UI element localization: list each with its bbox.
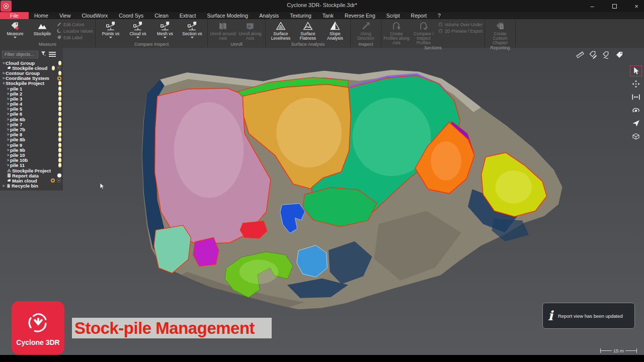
filter-funnel-icon[interactable] (40, 50, 47, 59)
ribbon-button-edit-label[interactable]: Edit Label (56, 35, 93, 41)
tree-item-pile-4[interactable]: >pile 4 (0, 102, 63, 107)
tree-item-pile-10b[interactable]: >pile 10b (0, 158, 63, 163)
zoom-fit-tool-button[interactable] (630, 92, 642, 103)
fly-tool-button[interactable] (630, 118, 642, 129)
tag-pencil-icon[interactable] (589, 50, 598, 61)
visibility-bulb-icon[interactable] (58, 117, 61, 122)
visibility-bulb-icon[interactable] (58, 132, 61, 137)
menu-tab-view[interactable]: View (54, 12, 76, 19)
tree-item-pile-9b[interactable]: >pile 9b (0, 147, 63, 152)
tree-item-cloud-group[interactable]: >Cloud Group (0, 60, 63, 65)
visibility-bulb-icon[interactable] (58, 61, 61, 65)
visibility-bulb-icon[interactable] (58, 137, 61, 142)
pile-magenta[interactable] (193, 237, 219, 266)
tree-item-pile-6[interactable]: >pile 6 (0, 112, 63, 117)
menu-tab-script[interactable]: Script (381, 12, 406, 19)
chevron-right-icon[interactable]: > (2, 76, 6, 80)
select-tool-button[interactable] (630, 65, 642, 76)
menu-tab-cloudworx[interactable]: CloudWorx (76, 12, 114, 19)
pan-tool-button[interactable] (630, 78, 642, 89)
tree-item-pile-1[interactable]: >pile 1 (0, 86, 63, 91)
menu-tab-reverse-eng[interactable]: Reverse Eng (339, 12, 381, 19)
tag-squiggle-icon[interactable] (602, 50, 611, 61)
ribbon-button-measure[interactable]: Measure (2, 20, 28, 42)
panel-menu-icon[interactable] (49, 52, 56, 57)
ribbon-button-create-profiles-along-axis[interactable]: Create Profiles along Axis (383, 20, 410, 45)
menu-tab-texturing[interactable]: Texturing (284, 12, 317, 19)
chevron-right-icon[interactable]: > (6, 112, 10, 116)
visibility-bulb-icon[interactable] (58, 122, 61, 127)
chevron-right-icon[interactable]: > (6, 107, 10, 111)
ribbon-button-slope-analysis[interactable]: Slope Analysis (322, 20, 348, 42)
menu-tab-coord-sys[interactable]: Coord Sys (113, 12, 149, 19)
menu-tab-clean[interactable]: Clean (149, 12, 174, 19)
visibility-bulb-icon[interactable] (58, 158, 61, 162)
chevron-right-icon[interactable]: > (6, 102, 10, 106)
view-box-tool-button[interactable] (630, 131, 642, 142)
tree-item-pile-8b[interactable]: >pile 8b (0, 137, 63, 142)
ribbon-button-unroll-around-axis[interactable]: Unroll around Axis (210, 20, 236, 42)
chevron-right-icon[interactable]: > (6, 127, 10, 132)
chevron-right-icon[interactable]: > (6, 137, 10, 142)
menu-tab-help[interactable]: ? (432, 12, 446, 19)
ribbon-button-localize-values[interactable]: Localize Values (56, 28, 93, 34)
tree-item-report-data[interactable]: Report data (0, 173, 63, 178)
chevron-down-icon[interactable]: > (2, 81, 6, 85)
tree-item-contour-group[interactable]: >Contour Group (0, 70, 63, 75)
tree-item-stockpile-cloud[interactable]: Stockpile cloud (0, 65, 63, 70)
tree-item-main-cloud[interactable]: Main cloud (0, 178, 63, 183)
ribbon-button-along-direction[interactable]: Along Direction (353, 20, 379, 42)
filter-objects-input[interactable] (2, 51, 38, 58)
visibility-bulb-icon[interactable] (58, 92, 61, 96)
ribbon-button-surface-flatness[interactable]: Surface Flatness (295, 20, 321, 42)
visibility-bulb-icon[interactable] (58, 127, 61, 132)
ribbon-button-stockpile[interactable]: Stockpile (29, 20, 55, 42)
visibility-bulb-icon[interactable] (58, 107, 61, 111)
orbit-tool-button[interactable] (630, 105, 642, 116)
tree-item-pile-11[interactable]: >pile 11 (0, 163, 63, 168)
chevron-right-icon[interactable]: > (6, 158, 10, 162)
tree-item-pile-2[interactable]: >pile 2 (0, 91, 63, 96)
ribbon-button-cloud-vs[interactable]: Cloud vs (125, 20, 151, 42)
chevron-down-icon[interactable]: > (2, 61, 6, 65)
ribbon-button-volume-over-under[interactable]: Volume Over-Under (438, 22, 482, 28)
maximize-button[interactable] (610, 2, 619, 11)
chevron-right-icon[interactable]: > (2, 71, 6, 75)
menu-tab-tank[interactable]: Tank (317, 12, 339, 19)
chevron-right-icon[interactable]: > (6, 143, 10, 147)
ribbon-button-section-vs[interactable]: Section vs (179, 20, 205, 42)
chevron-right-icon[interactable]: > (6, 122, 10, 127)
ribbon-button-surface-levelness[interactable]: Surface Levelness (268, 20, 294, 42)
visibility-bulb-icon[interactable] (58, 148, 61, 152)
tree-item-stockpile-project[interactable]: >Stockpile Project (0, 81, 63, 86)
menu-tab-extract[interactable]: Extract (174, 12, 202, 19)
chevron-right-icon[interactable]: > (6, 97, 10, 101)
visibility-bulb-icon[interactable] (58, 86, 61, 91)
tree-item-pile-7b[interactable]: >pile 7b (0, 127, 63, 132)
chevron-right-icon[interactable]: > (6, 153, 10, 157)
visibility-bulb-icon[interactable] (58, 71, 61, 75)
ruler-icon[interactable] (576, 50, 585, 61)
ring-icon[interactable] (51, 178, 55, 183)
visibility-bulb-icon[interactable] (58, 112, 61, 116)
visibility-bulb-icon[interactable] (58, 153, 61, 157)
chevron-right-icon[interactable]: > (6, 86, 10, 91)
dot-icon[interactable] (57, 173, 61, 177)
visibility-bulb-icon[interactable] (58, 97, 61, 101)
ring-icon[interactable] (57, 76, 61, 80)
visibility-bulb-icon[interactable] (58, 163, 61, 167)
tree-item-recycle-bin[interactable]: >Recycle bin (0, 184, 63, 189)
chevron-right-icon[interactable]: > (6, 117, 10, 122)
ribbon-button-points-vs[interactable]: Points vs (98, 20, 124, 42)
tree-item-coordinate-system[interactable]: >Coordinate System (0, 76, 63, 81)
tree-item-stockpile-project[interactable]: Stockpile Project (0, 168, 63, 173)
ribbon-button-2d-preview-export[interactable]: 2D Preview / Export (438, 28, 482, 34)
menu-tab-analysis[interactable]: Analysis (254, 12, 284, 19)
chevron-right-icon[interactable]: > (6, 92, 10, 96)
visibility-bulb-icon[interactable] (58, 143, 61, 147)
visibility-bulb-icon[interactable] (52, 66, 55, 70)
camera-icon[interactable] (56, 65, 61, 70)
minimize-button[interactable]: – (588, 2, 597, 11)
ribbon-button-compare-inspect-profiles[interactable]: Compare / Inspect Profiles (411, 20, 437, 45)
menu-tab-home[interactable]: Home (29, 12, 54, 19)
